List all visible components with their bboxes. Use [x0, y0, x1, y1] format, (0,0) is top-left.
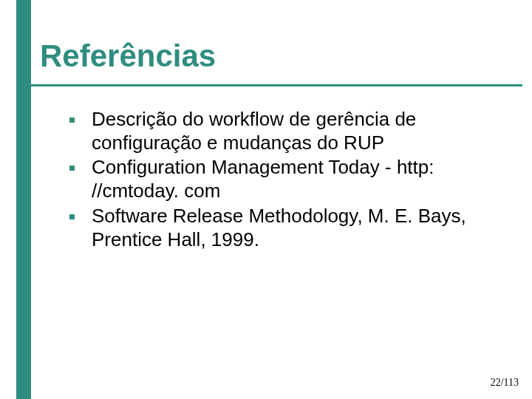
list-item: Descrição do workflow de gerência de con…	[58, 108, 501, 154]
bullet-list: Descrição do workflow de gerência de con…	[58, 108, 501, 251]
bullet-text: Descrição do workflow de gerência de con…	[92, 108, 416, 154]
slide: Referências Descrição do workflow de ger…	[0, 0, 532, 399]
list-item: Configuration Management Today - http: /…	[58, 156, 501, 202]
list-item: Software Release Methodology, M. E. Bays…	[58, 205, 501, 251]
page-number: 22/113	[491, 377, 519, 389]
bullet-text: Configuration Management Today - http: /…	[92, 156, 434, 202]
title-underline	[31, 84, 522, 86]
slide-body: Descrição do workflow de gerência de con…	[58, 108, 501, 253]
bullet-text: Software Release Methodology, M. E. Bays…	[92, 205, 466, 250]
slide-title: Referências	[40, 38, 216, 74]
left-accent-bar	[16, 0, 31, 399]
